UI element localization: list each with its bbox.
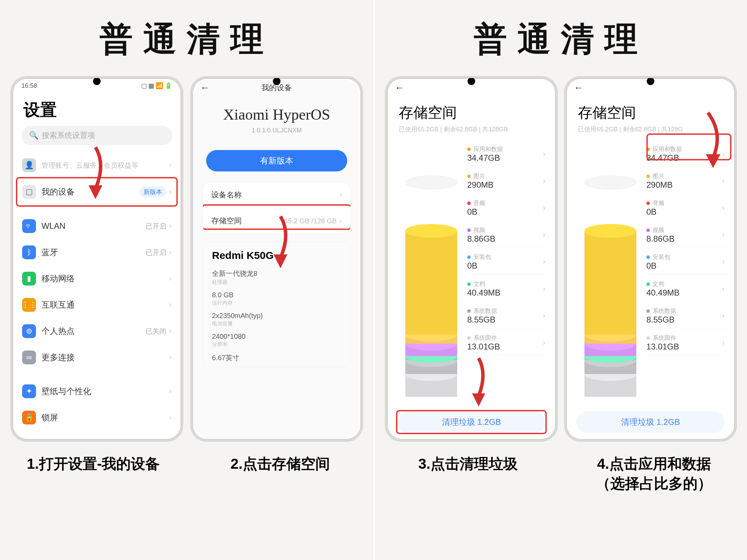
legend-name: 视频 <box>473 226 485 234</box>
storage-summary: 已使用65.2GB | 剩余62.8GB | 共128G <box>568 125 734 133</box>
chevron-right-icon: › <box>543 231 545 240</box>
legend-item[interactable]: 安装包 0B › <box>466 250 548 274</box>
settings-item-theme[interactable]: ✦ 壁纸与个性化 › <box>14 378 180 404</box>
legend-value: 13.01GB <box>646 342 679 352</box>
clock: 16:58 <box>21 82 37 90</box>
back-icon[interactable]: ← <box>574 82 583 93</box>
chevron-right-icon: › <box>340 216 342 225</box>
legend-item[interactable]: 图片 290MB › <box>645 169 727 194</box>
account-row[interactable]: 👤 管理账号、云服务、会员权益等 › <box>14 152 180 178</box>
chevron-right-icon: › <box>543 284 545 293</box>
caption-1: 1.打开设置-我的设备 <box>7 454 180 474</box>
legend-item[interactable]: 文档 40.49MB › <box>645 277 727 301</box>
chevron-right-icon: › <box>543 204 545 213</box>
clean-button[interactable]: 清理垃圾 1.2GB <box>577 411 725 433</box>
legend-name: 安装包 <box>653 253 670 261</box>
phone-3: ← 存储空间 已使用65.2GB | 剩余62.8GB | 共128GB 应用和… <box>385 76 558 442</box>
legend-name: 安装包 <box>473 253 491 261</box>
chevron-right-icon: › <box>169 413 172 422</box>
legend-item[interactable]: 安装包 0B › <box>645 250 727 274</box>
legend-item[interactable]: 应用和数据 34.47GB › <box>645 142 727 167</box>
legend-name: 音频 <box>653 199 664 207</box>
dot-icon <box>467 309 471 313</box>
storage-label: 存储空间 <box>211 216 242 226</box>
dot-icon <box>646 282 650 286</box>
legend-value: 0B <box>467 261 491 271</box>
avatar-icon: 👤 <box>22 158 36 172</box>
dot-icon <box>646 309 650 313</box>
legend-value: 0B <box>646 207 664 217</box>
device-name-label: 设备名称 <box>211 190 242 200</box>
legend-name: 图片 <box>473 172 485 180</box>
legend-item[interactable]: 应用和数据 34.47GB › <box>466 142 548 167</box>
dot-icon <box>467 175 471 178</box>
chevron-right-icon: › <box>169 161 172 170</box>
search-input[interactable]: 🔍 搜索系统设置项 <box>21 126 172 145</box>
back-icon[interactable]: ← <box>395 82 404 93</box>
item-label: WLAN <box>42 221 65 231</box>
legend-item[interactable]: 系统固件 13.01GB › <box>466 331 548 355</box>
my-device-row[interactable]: ▢ 我的设备 新版本› <box>14 178 180 205</box>
chevron-right-icon: › <box>722 284 725 293</box>
dot-icon <box>646 175 650 178</box>
settings-item-lock[interactable]: 🔒 锁屏 › <box>14 404 180 431</box>
caption-3: 3.点击清理垃圾 <box>381 454 554 493</box>
spec-value: 8.0 GB <box>212 291 341 299</box>
update-button[interactable]: 有新版本 <box>206 150 347 171</box>
legend-value: 8.86GB <box>467 234 495 244</box>
legend-name: 应用和数据 <box>653 145 682 153</box>
spec-card: Redmi K50G 全新一代骁龙8 处理器8.0 GB 运行内存2x2350m… <box>203 242 351 367</box>
chevron-right-icon: › <box>340 190 342 199</box>
chevron-right-icon: › <box>169 327 172 336</box>
dot-icon <box>467 282 471 286</box>
legend-name: 文档 <box>653 280 664 288</box>
phone-4: ← 存储空间 已使用65.2GB | 剩余62.8GB | 共128G 应用和数… <box>564 76 737 442</box>
wifi-icon: ᯤ <box>22 219 36 233</box>
legend-item[interactable]: 音频 0B › <box>645 196 727 221</box>
settings-item-wifi[interactable]: ᯤ WLAN 已开启› <box>14 213 180 239</box>
chevron-right-icon: › <box>169 300 172 309</box>
dot-icon <box>646 255 650 259</box>
legend-value: 34.47GB <box>467 153 503 163</box>
legend-item[interactable]: 文档 40.49MB › <box>466 277 548 301</box>
spec-label: 电池容量 <box>212 320 341 327</box>
search-placeholder: 搜索系统设置项 <box>42 130 95 141</box>
legend-name: 视频 <box>653 226 664 234</box>
model-name: Redmi K50G <box>212 250 341 261</box>
legend-value: 40.49MB <box>646 288 680 298</box>
phone-2: ← 我的设备 Xiaomi HyperOS 1.0.1.0.ULJCNXM 有新… <box>190 76 363 442</box>
legend-name: 文档 <box>473 280 485 288</box>
spec-value: 2400*1080 <box>212 333 341 340</box>
storage-row[interactable]: 存储空间 65.2 GB /128 GB› <box>203 208 350 234</box>
dot-icon <box>646 202 650 205</box>
settings-item-link[interactable]: ⋮⋮ 互联互通 › <box>14 292 180 318</box>
settings-item-more[interactable]: ∞ 更多连接 › <box>14 344 180 371</box>
legend-item[interactable]: 视频 8.86GB › <box>466 223 548 248</box>
dot-icon <box>467 228 471 232</box>
settings-item-bt[interactable]: ᛒ 蓝牙 已开启› <box>14 239 180 265</box>
legend-item[interactable]: 系统数据 8.55GB › <box>645 304 727 328</box>
legend-item[interactable]: 图片 290MB › <box>466 169 548 194</box>
legend-value: 40.49MB <box>467 288 500 298</box>
back-icon[interactable]: ← <box>200 82 210 93</box>
chevron-right-icon: › <box>543 311 545 320</box>
item-label: 互联互通 <box>42 299 75 310</box>
chevron-right-icon: › <box>543 338 545 347</box>
chevron-right-icon: › <box>722 311 725 320</box>
device-name-row[interactable]: 设备名称 › <box>203 182 350 208</box>
settings-item-sim[interactable]: ▮ 移动网络 › <box>14 265 180 292</box>
legend-item[interactable]: 视频 8.86GB › <box>645 223 727 248</box>
item-label: 锁屏 <box>42 412 58 423</box>
clean-button[interactable]: 清理垃圾 1.2GB <box>397 411 545 433</box>
storage-summary: 已使用65.2GB | 剩余62.8GB | 共128GB <box>388 125 554 133</box>
legend-item[interactable]: 音频 0B › <box>466 196 548 221</box>
legend-item[interactable]: 系统数据 8.55GB › <box>466 304 548 328</box>
spec-label: 处理器 <box>212 279 341 286</box>
theme-icon: ✦ <box>22 384 36 398</box>
settings-item-hotspot[interactable]: ⊚ 个人热点 已关闭› <box>14 318 180 344</box>
settings-title: 设置 <box>14 92 180 126</box>
storage-cylinder <box>584 183 636 397</box>
os-brand: Xiaomi HyperOS <box>194 106 360 123</box>
legend-name: 图片 <box>653 172 664 180</box>
legend-item[interactable]: 系统固件 13.01GB › <box>645 331 727 355</box>
